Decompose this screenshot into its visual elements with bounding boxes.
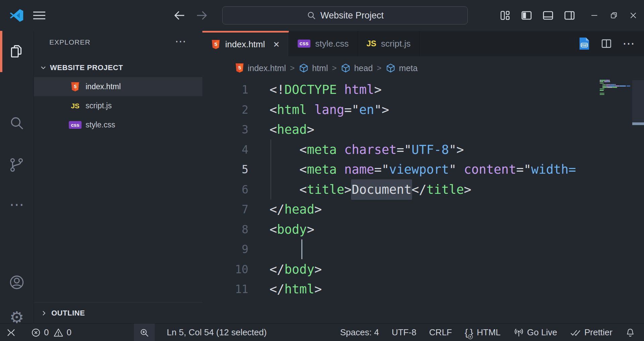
toggle-secondary-sidebar-button[interactable] [563,9,576,22]
line-number[interactable]: 2 [202,100,248,120]
indentation[interactable]: Spaces: 4 [334,324,386,341]
code-line[interactable]: 2<html lang="en"> [202,100,598,120]
problems-errors[interactable]: 0 [31,324,49,341]
language-braces-icon: { } [465,327,474,338]
code-line[interactable]: 4 <meta charset="UTF-8"> [202,140,598,160]
code-line[interactable]: 1<!DOCTYPE html> [202,80,598,100]
overview-ruler-selection-mark [632,122,644,125]
editor-more-actions-button[interactable]: ⋯ [623,41,635,46]
folder-website-project[interactable]: WEBSITE PROJECT [34,58,202,77]
language-mode[interactable]: { }HTML [458,324,507,341]
code-text: </html> [269,279,322,299]
tab-label: script.js [381,39,410,49]
breadcrumb-symbol-meta[interactable]: meta [386,63,418,73]
line-number[interactable]: 8 [202,220,248,240]
code-editor[interactable]: 1<!DOCTYPE html>2<html lang="en">3<head>… [202,80,644,323]
encoding[interactable]: UTF-8 [385,324,423,341]
code-line[interactable]: 11</html> [202,279,598,299]
broadcast-icon [513,327,524,338]
line-number[interactable]: 6 [202,180,248,200]
command-center-search[interactable]: Website Project [222,6,468,24]
code-line[interactable]: 5 <meta name="viewport" content="width= [202,160,598,180]
problems-warnings[interactable]: 0 [53,324,71,341]
breadcrumb: 5index.html>html>head>meta [202,56,644,80]
minimap-line [600,91,632,92]
chevron-right-icon [40,309,48,317]
line-number[interactable]: 10 [202,260,248,280]
breadcrumb-symbol-html[interactable]: html [299,63,328,73]
split-editor-button[interactable] [600,38,612,50]
css-icon: css [298,40,311,48]
code-text: </head> [269,200,322,220]
go-live[interactable]: Go Live [507,324,564,341]
file-style-css[interactable]: cssstyle.css [34,115,202,134]
line-number[interactable]: 3 [202,120,248,140]
notifications[interactable] [619,324,644,341]
prettier[interactable]: Prettier [563,324,619,341]
minimap[interactable] [598,80,632,323]
activity-more-button[interactable]: ⋯ [0,188,34,221]
breadcrumb-file[interactable]: 5index.html [235,63,286,73]
line-number[interactable]: 1 [202,80,248,100]
tab-index-html[interactable]: 5index.html✕ [202,31,289,56]
outline-section[interactable]: OUTLINE [34,302,202,323]
line-number[interactable]: 7 [202,200,248,220]
code-line[interactable]: 9 [202,239,598,260]
svg-text:5: 5 [74,83,77,89]
breadcrumb-separator: > [332,63,337,73]
scrollbar-slider[interactable] [632,80,644,122]
toggle-primary-sidebar-button[interactable] [520,9,533,22]
tab-script-js[interactable]: JSscript.js [358,31,419,56]
code-line[interactable]: 7</head> [202,200,598,220]
more-actions-icon: ⋯ [623,41,635,46]
php-server-button[interactable]: PHP [578,37,590,51]
menu-button[interactable] [32,9,47,22]
vscode-logo-icon [9,8,24,23]
sidebar-item-source-control[interactable] [0,149,34,181]
restore-button[interactable] [604,0,624,31]
code-line[interactable]: 10</body> [202,260,598,280]
sidebar-left-icon [521,9,533,21]
arrow-right-icon [195,9,209,22]
symbol-cube-icon [341,63,351,73]
code-text: <meta name="viewport" content="width= [269,160,576,180]
customize-layout-button[interactable] [499,9,511,22]
minimap-line [600,90,632,91]
toggle-panel-button[interactable] [542,9,554,22]
file-script-js[interactable]: JSscript.js [34,96,202,115]
eol-sequence[interactable]: CRLF [423,324,458,341]
tab-style-css[interactable]: cssstyle.css [289,31,358,56]
explorer-more-actions-button[interactable]: ⋯ [175,36,186,47]
account-button[interactable] [0,266,34,298]
arrow-left-icon [172,9,186,22]
line-number[interactable]: 4 [202,140,248,160]
sidebar-item-search[interactable] [0,107,34,139]
close-tab-icon[interactable]: ✕ [273,40,280,49]
editor-group: 5index.html✕cssstyle.cssJSscript.js PHP⋯… [202,31,644,323]
zoom-indicator[interactable] [134,324,155,341]
minimize-button[interactable] [585,0,604,31]
line-number[interactable]: 9 [202,239,248,260]
sidebar-item-explorer[interactable] [0,35,34,67]
code-line[interactable]: 8<body> [202,220,598,240]
status-bar: 00Ln 5, Col 54 (12 selected) Spaces: 4UT… [0,323,644,341]
minimize-icon [590,11,599,20]
cursor-position[interactable]: Ln 5, Col 54 (12 selected) [167,324,267,341]
back-button[interactable] [171,7,187,23]
code-line[interactable]: 3<head> [202,120,598,140]
forward-button[interactable] [194,7,210,23]
line-number[interactable]: 5 [202,160,248,180]
symbol-cube-icon [299,63,309,73]
editor-actions: PHP⋯ [578,31,644,56]
breadcrumb-separator: > [377,63,382,73]
svg-text:5: 5 [238,65,241,70]
close-window-button[interactable] [624,0,643,31]
breadcrumb-label: index.html [248,63,286,73]
split-editor-icon [600,38,612,50]
file-index-html[interactable]: 5index.html [34,77,202,96]
code-line[interactable]: 6 <title>Document</title> [202,180,598,200]
breadcrumb-symbol-head[interactable]: head [341,63,373,73]
line-number[interactable]: 11 [202,279,248,299]
tab-label: style.css [315,39,349,49]
remote-indicator[interactable] [6,324,16,341]
